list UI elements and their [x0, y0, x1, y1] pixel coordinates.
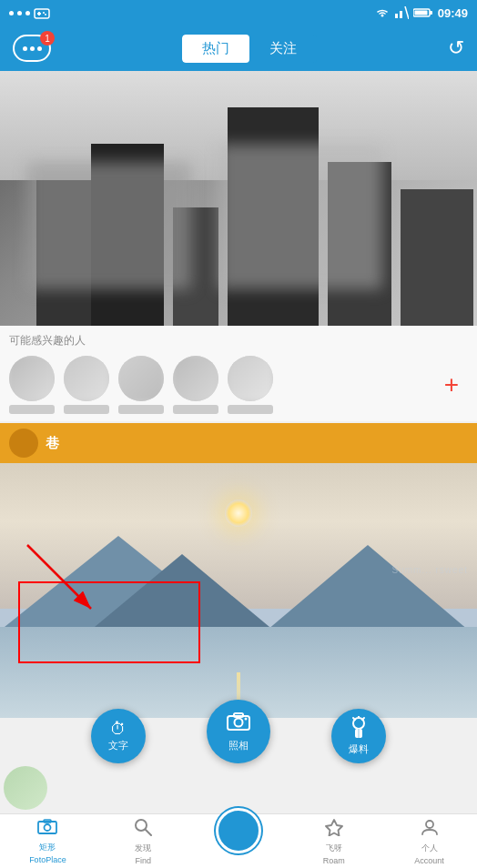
status-icons: 09:49: [375, 6, 468, 20]
roam-icon: [325, 818, 343, 841]
fotoplace-label-en: FotoPlace: [29, 855, 66, 864]
person-item[interactable]: [228, 356, 273, 414]
red-box-annotation: [18, 581, 200, 663]
person-item[interactable]: [118, 356, 164, 414]
text-fab-label: 文字: [108, 739, 128, 752]
svg-line-8: [405, 6, 409, 19]
wifi-icon: [375, 7, 390, 18]
post-image: Summ... rsweet: [0, 463, 477, 718]
refresh-button[interactable]: ↺: [448, 36, 464, 60]
time-display: 09:49: [438, 6, 468, 20]
avatar-inner: [4, 766, 47, 810]
fab-text-button[interactable]: ⏱ 文字: [91, 709, 146, 763]
person-item[interactable]: [173, 356, 218, 414]
post-card: 巷: [0, 423, 477, 718]
status-bar-left: [9, 6, 50, 19]
building-far-right: [401, 189, 473, 326]
explore-fab-label: 爆料: [349, 742, 369, 756]
nav-item-roam[interactable]: 飞呀 Roam: [286, 818, 381, 865]
person-name: [9, 405, 55, 414]
people-suggestion-title: 可能感兴趣的人: [9, 333, 468, 348]
svg-point-5: [381, 15, 383, 17]
svg-rect-2: [37, 13, 41, 15]
post-username: 巷: [46, 435, 59, 452]
svg-rect-10: [430, 11, 432, 15]
person-item[interactable]: [64, 356, 109, 414]
blur-face-1: [27, 162, 191, 289]
explore-fab-icon: [349, 716, 369, 742]
svg-point-15: [235, 718, 243, 726]
status-dot-1: [9, 11, 14, 15]
hero-image: [0, 71, 477, 326]
signal-blocked-icon: [394, 6, 409, 19]
menu-dots: [23, 46, 42, 51]
tab-hot[interactable]: 热门: [182, 35, 249, 63]
svg-rect-11: [414, 11, 427, 15]
fab-camera-button[interactable]: 照相: [207, 700, 270, 763]
find-icon: [134, 818, 152, 841]
person-name: [118, 405, 164, 414]
svg-point-17: [245, 717, 248, 720]
nav-tabs: 热门 关注: [182, 35, 317, 63]
account-icon: [421, 818, 439, 841]
status-bar: 09:49: [0, 0, 477, 25]
nav-item-fotoplace[interactable]: 矩形 FotoPlace: [0, 819, 96, 864]
main-content: 可能感兴趣的人: [0, 71, 477, 813]
person-name: [228, 405, 273, 414]
nav-item-find[interactable]: 发现 Find: [96, 818, 191, 865]
nav-item-capture[interactable]: [191, 823, 287, 853]
svg-rect-6: [395, 14, 398, 18]
fab-explore-button[interactable]: 爆料: [331, 709, 386, 763]
camera-fab-icon: [227, 712, 250, 737]
svg-rect-0: [35, 9, 49, 18]
post-header: 巷: [0, 423, 477, 463]
roam-label-zh: 飞呀: [326, 843, 342, 854]
tab-follow[interactable]: 关注: [249, 35, 317, 63]
camera-fab-label: 照相: [228, 739, 249, 752]
account-label-zh: 个人: [421, 843, 438, 854]
watermark-text: Summ... rsweet: [392, 565, 468, 575]
status-dot-3: [25, 11, 30, 15]
bottom-nav: 矩形 FotoPlace 发现 Find 飞呀 Roam: [0, 813, 477, 868]
svg-point-4: [45, 14, 46, 15]
people-list-row: +: [9, 356, 468, 414]
fotoplace-label-zh: 矩形: [39, 842, 56, 853]
game-icon: [34, 6, 50, 19]
svg-point-27: [136, 820, 147, 831]
post-avatar: [9, 429, 38, 458]
find-label-en: Find: [135, 856, 151, 865]
person-avatar: [9, 356, 55, 401]
nav-item-account[interactable]: 个人 Account: [381, 818, 477, 865]
svg-line-28: [146, 830, 151, 835]
lake-sun: [225, 500, 252, 527]
person-avatar: [173, 356, 218, 401]
svg-point-3: [43, 12, 45, 14]
person-avatar: [118, 356, 164, 401]
status-dot-2: [17, 11, 22, 15]
fab-area: ⏱ 文字 照相: [0, 718, 477, 800]
add-people-button[interactable]: +: [435, 370, 468, 399]
top-nav: 1 热门 关注 ↺: [0, 25, 477, 71]
capture-button[interactable]: [216, 808, 261, 853]
person-name: [173, 405, 218, 414]
fotoplace-icon: [37, 819, 57, 840]
hero-image-inner: [0, 71, 477, 326]
person-name: [64, 405, 109, 414]
notification-badge: 1: [40, 31, 55, 45]
account-label-en: Account: [414, 856, 444, 865]
people-list: [9, 356, 273, 414]
person-item[interactable]: [9, 356, 55, 414]
svg-rect-24: [38, 822, 56, 833]
battery-icon: [413, 7, 433, 18]
blur-face-2: [218, 144, 382, 289]
svg-point-29: [426, 821, 433, 828]
svg-point-25: [45, 824, 51, 831]
person-avatar: [64, 356, 109, 401]
svg-rect-7: [400, 11, 402, 18]
find-label-zh: 发现: [135, 843, 151, 854]
svg-line-20: [362, 718, 364, 720]
person-avatar: [228, 356, 273, 401]
menu-button[interactable]: 1: [13, 35, 51, 62]
people-suggestion-section: 可能感兴趣的人: [0, 326, 477, 421]
bottom-avatar: [4, 766, 47, 810]
